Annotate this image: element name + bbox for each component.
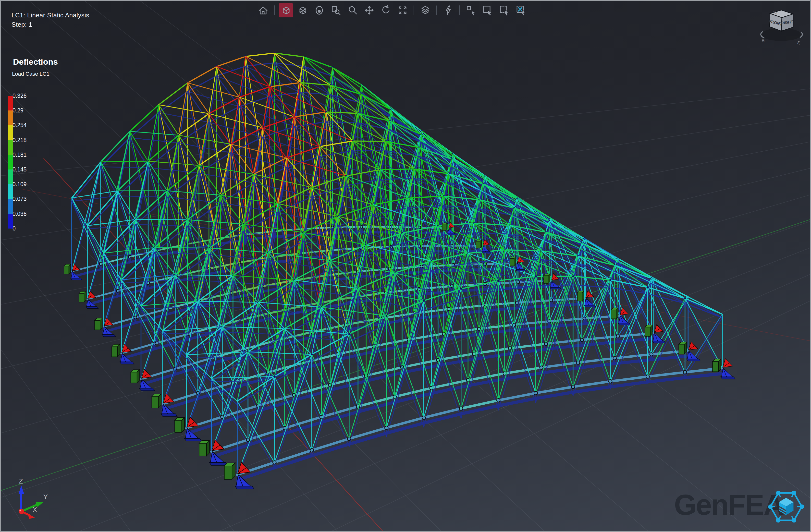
- layers-button[interactable]: [418, 3, 432, 17]
- axis-triad: Z Y X: [6, 475, 55, 521]
- magnifier-icon: [347, 5, 358, 16]
- step-indicator: Step: 1: [12, 21, 32, 28]
- deselect-button[interactable]: [514, 3, 528, 17]
- ground-grid: [1, 1, 811, 532]
- orbit-icon: [313, 5, 325, 16]
- pan-button[interactable]: [362, 3, 376, 17]
- wireframe-cube-icon: [297, 5, 308, 16]
- home-icon: [258, 5, 269, 16]
- support-glyph: [713, 359, 735, 379]
- legend-tick-label: 0: [13, 225, 42, 232]
- toolbar-separator: [414, 5, 414, 15]
- orbit-view-button[interactable]: [312, 3, 326, 17]
- y-axis-label: Y: [43, 493, 48, 501]
- genfea-app-window: { "header": { "load_case_line": "LC1: Li…: [0, 0, 811, 532]
- legend-tick-label: 0.218: [13, 137, 42, 143]
- zoom-window-icon: [330, 5, 341, 16]
- model-viewport[interactable]: [1, 1, 811, 532]
- x-axis-label: X: [33, 506, 37, 513]
- legend-tick-label: 0.073: [13, 196, 42, 202]
- legend-tick-label: 0.036: [13, 210, 42, 217]
- pan-arrows-icon: [364, 5, 375, 16]
- analyze-button[interactable]: [441, 3, 455, 17]
- view-cube[interactable]: TOP FRONT RIGHT S E: [756, 4, 809, 47]
- main-toolbar: [256, 2, 528, 18]
- viewcube-compass-e: E: [797, 41, 801, 46]
- toolbar-separator: [437, 5, 437, 15]
- box-select-icon: [482, 5, 493, 16]
- legend-tick-label: 0.254: [13, 122, 42, 129]
- layers-icon: [420, 5, 431, 16]
- deselect-x-icon: [515, 5, 526, 16]
- triad-origin-sphere: [19, 509, 24, 514]
- z-axis-arrowhead: [18, 485, 24, 494]
- legend-tick-label: 0.109: [13, 181, 42, 188]
- rotate-view-button[interactable]: [379, 3, 393, 17]
- select-lasso-button[interactable]: [497, 3, 511, 17]
- select-pick-button[interactable]: [464, 3, 478, 17]
- z-axis-label: Z: [19, 478, 23, 485]
- rotate-ccw-icon: [380, 5, 392, 16]
- support-glyph: [679, 342, 700, 361]
- shaded-view-button[interactable]: [279, 3, 293, 17]
- viewcube-compass-s: S: [761, 38, 765, 43]
- genfea-logo-icon: [767, 488, 805, 526]
- dashed-select-icon: [499, 5, 510, 16]
- legend-tick-label: 0.145: [13, 166, 42, 173]
- lightning-icon: [443, 5, 454, 16]
- support-glyph: [112, 344, 134, 364]
- legend-tick-label: 0.29: [13, 107, 42, 114]
- zoom-window-button[interactable]: [329, 3, 343, 17]
- home-button[interactable]: [256, 3, 270, 17]
- legend-color-bar: [8, 96, 13, 229]
- support-glyph: [131, 369, 155, 391]
- zoom-button[interactable]: [346, 3, 360, 17]
- shaded-cube-icon: [280, 5, 292, 16]
- fit-view-button[interactable]: [396, 3, 410, 17]
- wireframe-view-button[interactable]: [295, 3, 310, 17]
- toolbar-separator: [274, 5, 275, 15]
- select-box-button[interactable]: [480, 3, 495, 17]
- legend-tick-label: 0.326: [13, 93, 42, 99]
- fit-arrows-icon: [397, 5, 408, 16]
- triad-origin-highlight: [20, 510, 21, 512]
- legend-tick-label: 0.181: [13, 152, 42, 158]
- legend-title: Deflections: [13, 57, 58, 67]
- load-case-title: LC1: Linear Static Analysis: [12, 12, 89, 19]
- x-axis-arrowhead: [28, 513, 35, 519]
- toolbar-separator: [459, 5, 460, 15]
- pick-cursor-icon: [465, 5, 477, 16]
- legend-subtitle: Load Case LC1: [12, 71, 49, 77]
